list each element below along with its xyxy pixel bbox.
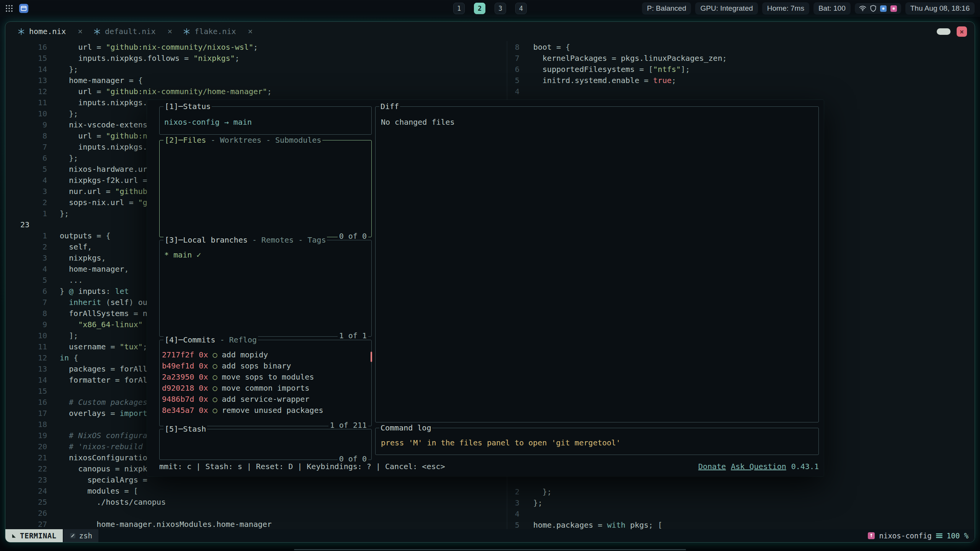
commit-node-icon: ○ — [212, 372, 217, 381]
commit-hash: 2a23950 — [162, 372, 194, 381]
line-text: url = "github:nix-community/home-manager… — [60, 86, 272, 97]
tab-bar: home.nix×default.nix×flake.nix× × — [5, 22, 975, 41]
shell-segment[interactable]: zsh — [64, 529, 98, 542]
line-text: ./hosts/canopus — [60, 497, 166, 508]
tab-default.nix[interactable]: default.nix× — [93, 27, 172, 36]
lazygit-version: 0.43.1 — [791, 461, 819, 472]
line-text: nixpkgs, — [60, 253, 106, 264]
terminal-window[interactable]: home.nix×default.nix×flake.nix× × 16 url… — [5, 21, 975, 543]
commit-message: add mopidy — [217, 350, 268, 359]
nix-snowflake-icon — [93, 28, 101, 35]
window-controls: × — [937, 26, 967, 37]
line-number: 10 — [5, 108, 60, 119]
line-text: }; — [60, 153, 78, 164]
commits-scrollbar[interactable] — [371, 352, 372, 362]
line-number: 4 — [5, 175, 60, 186]
clock[interactable]: Thu Aug 08, 18:16 — [905, 2, 975, 15]
stash-panel-title: [5]─Stash — [165, 424, 206, 434]
tab-bar-tabs: home.nix×default.nix×flake.nix× — [18, 27, 263, 36]
lazygit-diff-panel[interactable]: Diff No changed files — [375, 106, 819, 422]
files-panel-title: [2]─Files — [165, 135, 206, 145]
line-text: nur.url = "github — [60, 186, 147, 197]
repo-name[interactable]: nixos-config — [879, 531, 932, 540]
lazygit-stash-panel[interactable]: [5]─Stash 0 of 0 — [159, 429, 372, 460]
tab-home.nix[interactable]: home.nix× — [18, 27, 83, 36]
line-number: 3 — [5, 186, 60, 197]
app-grid-icon[interactable] — [5, 5, 13, 12]
line-number: 19 — [5, 430, 60, 441]
shield-icon[interactable] — [870, 5, 876, 12]
commit-row[interactable]: 9486b7d 0x ○ add service-wrapper — [162, 394, 371, 405]
commit-author-tag: 0x — [194, 406, 212, 415]
line-number: 6 — [5, 153, 60, 164]
commit-row[interactable]: d920218 0x ○ move common imports — [162, 383, 371, 394]
commit-row[interactable]: 8e345a7 0x ○ remove unused packages — [162, 405, 371, 416]
editor-line: 3}; — [507, 497, 975, 509]
lazygit-popup[interactable]: [1]─Status nixos-config → main [2]─Files… — [147, 100, 824, 476]
window-close-button[interactable]: × — [957, 26, 967, 37]
status-chips: P: BalancedGPU: IntegratedHome: 7msBat: … — [642, 2, 851, 15]
line-text: # NixOS configura — [60, 430, 147, 441]
lazygit-files-panel[interactable]: [2]─Files - Worktrees - Submodules 0 of … — [159, 140, 372, 237]
system-bar-left — [5, 4, 28, 13]
tab-close-icon[interactable]: × — [167, 27, 172, 36]
editor-line: 15 inputs.nixpkgs.follows = "nixpkgs"; — [5, 53, 507, 64]
line-text: "x86_64-linux" — [60, 319, 143, 330]
status-chip: Bat: 100 — [813, 2, 851, 15]
line-text: url = "github:nix-community/nixos-wsl"; — [60, 42, 258, 53]
line-number: 15 — [5, 386, 60, 397]
line-text: nix-vscode-extens — [60, 119, 147, 130]
commits-panel-subtitle: - Reflog — [215, 335, 256, 344]
lazygit-branches-panel[interactable]: [3]─Local branches - Remotes - Tags * ma… — [159, 240, 372, 337]
tab-flake.nix[interactable]: flake.nix× — [183, 27, 253, 36]
line-number: 24 — [5, 486, 60, 497]
tab-close-icon[interactable]: × — [248, 27, 253, 36]
line-text: canopus = nixpk — [60, 463, 147, 474]
workspace-button-4[interactable]: 4 — [515, 3, 527, 14]
tray-app-blue-icon[interactable] — [880, 5, 887, 12]
window-toggle-pill[interactable] — [937, 28, 951, 35]
line-number: 8 — [507, 42, 533, 53]
workspace-button-3[interactable]: 3 — [495, 3, 506, 14]
lazygit-footer-links: DonateAsk Question 0.43.1 — [698, 461, 819, 472]
commit-node-icon: ○ — [212, 361, 217, 370]
commit-message: move sops to modules — [217, 372, 314, 381]
line-text: # 'nixos-rebuild — [60, 441, 143, 452]
editor-line: 26 — [5, 508, 507, 519]
lazygit-commits-panel[interactable]: [4]─Commits - Reflog 2717f2f 0x ○ add mo… — [159, 340, 372, 426]
commit-hash: 2717f2f — [162, 350, 194, 359]
system-tray — [855, 3, 901, 14]
line-text: nixosConfiguratio — [60, 452, 147, 463]
line-text: home-manager.nixosModules.home-manager — [60, 519, 272, 529]
tray-app-pink-icon[interactable] — [890, 5, 897, 12]
tab-label: default.nix — [105, 27, 155, 36]
workspace-button-1[interactable]: 1 — [453, 3, 465, 14]
terminal-mode-segment[interactable]: TERMINAL — [5, 529, 63, 542]
dock-hint-line — [294, 549, 686, 550]
commit-message: remove unused packages — [217, 406, 323, 415]
link-ask-question[interactable]: Ask Question — [731, 461, 786, 472]
lazygit-keybindings-bar: mmit: c | Stash: s | Reset: D | Keybindi… — [159, 461, 819, 472]
line-text: formatter = forAl — [60, 375, 147, 386]
tab-close-icon[interactable]: × — [78, 27, 83, 36]
commit-node-icon: ○ — [212, 406, 217, 415]
line-number: 12 — [5, 352, 60, 364]
command-log-title: Command log — [381, 423, 431, 432]
lazygit-status-panel[interactable]: [1]─Status nixos-config → main — [159, 106, 372, 135]
wifi-icon[interactable] — [859, 5, 866, 11]
workspace-button-2[interactable]: 2 — [474, 3, 485, 14]
editor-line: 14 }; — [5, 64, 507, 75]
link-donate[interactable]: Donate — [698, 461, 726, 472]
commit-row[interactable]: b49ef1d 0x ○ add sops binary — [162, 360, 371, 372]
line-number: 4 — [5, 264, 60, 275]
active-app-icon[interactable] — [19, 4, 28, 13]
editor-line: 6 supportedFilesystems = ["ntfs"]; — [507, 64, 975, 75]
commit-row[interactable]: 2a23950 0x ○ move sops to modules — [162, 372, 371, 383]
commit-row[interactable]: 2717f2f 0x ○ add mopidy — [162, 349, 371, 360]
line-number: 20 — [5, 441, 60, 452]
line-number: 5 — [5, 164, 60, 175]
commit-author-tag: 0x — [194, 383, 212, 393]
lazygit-command-log-panel[interactable]: Command log press 'M' in the files panel… — [375, 428, 819, 455]
editor-line: 4 — [507, 86, 975, 97]
line-number: 17 — [5, 408, 60, 419]
